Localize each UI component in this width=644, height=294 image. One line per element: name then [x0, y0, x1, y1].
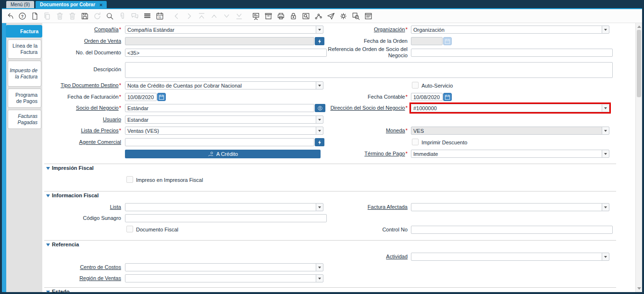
tipo-documento-input[interactable] [125, 81, 316, 89]
sidebar-tab-facturas-pagadas[interactable]: Facturas Pagadas [8, 110, 41, 129]
tipo-documento-label[interactable]: Tipo Documento Destino* [29, 82, 121, 89]
agente-comercial-input[interactable] [125, 138, 314, 146]
sidebar-tab-programa-pagos[interactable]: Programa de Pagos [8, 89, 41, 108]
process-icon[interactable] [338, 11, 348, 21]
calendar-picker-icon[interactable] [443, 93, 452, 101]
moneda-label[interactable]: Moneda* [308, 128, 408, 134]
organizacion-label[interactable]: Organización* [308, 26, 408, 33]
lista-input[interactable] [125, 203, 316, 211]
organizacion-select[interactable] [411, 26, 609, 34]
fecha-facturacion-field[interactable] [125, 93, 166, 101]
find-icon[interactable] [104, 11, 115, 21]
lista-select[interactable] [125, 203, 323, 211]
lista-precios-input[interactable] [125, 127, 316, 135]
zoom-across-icon[interactable] [300, 11, 311, 21]
sidebar-tab-impuesto-factura[interactable]: Impuesto de la Factura [8, 61, 41, 87]
termino-pago-input[interactable] [411, 150, 602, 158]
lista-label[interactable]: Lista [29, 204, 121, 210]
calendar-icon[interactable]: 31 [154, 11, 165, 21]
descripcion-textarea[interactable] [125, 62, 613, 78]
centro-costos-select[interactable] [125, 263, 323, 271]
section-collapse-icon[interactable] [46, 194, 50, 197]
referencia-orden-input[interactable] [411, 49, 613, 57]
direccion-socio-input[interactable] [411, 104, 602, 112]
window-customize-icon[interactable] [363, 11, 373, 21]
compania-select[interactable] [125, 26, 323, 34]
section-collapse-icon[interactable] [46, 243, 50, 246]
compania-input[interactable] [125, 26, 316, 34]
codigo-sunagro-input[interactable] [125, 214, 327, 222]
chevron-down-icon[interactable] [316, 274, 323, 282]
centro-costos-input[interactable] [125, 263, 316, 271]
chevron-down-icon[interactable] [316, 263, 323, 271]
actividad-input[interactable] [411, 253, 602, 261]
chevron-down-icon[interactable] [602, 26, 609, 34]
chevron-down-icon[interactable] [602, 104, 609, 112]
product-info-icon[interactable] [350, 11, 361, 21]
imprimir-descuento-checkbox[interactable] [412, 139, 419, 145]
region-ventas-label[interactable]: Región de Ventas [29, 275, 121, 281]
section-collapse-icon[interactable] [46, 167, 50, 170]
new-record-icon[interactable] [29, 11, 40, 21]
chevron-down-icon[interactable] [316, 115, 323, 124]
chevron-down-icon[interactable] [602, 203, 609, 211]
archive-icon[interactable] [263, 11, 273, 21]
chevron-down-icon[interactable] [602, 253, 609, 261]
fecha-facturacion-input[interactable] [125, 93, 157, 101]
socio-negocio-field[interactable] [125, 104, 325, 112]
agente-comercial-field[interactable] [125, 138, 324, 146]
chevron-down-icon[interactable] [602, 150, 609, 158]
fecha-contable-field[interactable] [411, 93, 452, 101]
factura-afectada-label[interactable]: Factura Afectada [308, 204, 408, 210]
orden-venta-label[interactable]: Orden de Venta [29, 38, 121, 44]
usuario-label[interactable]: Usuario [29, 116, 121, 123]
documento-fiscal-checkbox[interactable] [126, 226, 133, 232]
scrollbar-thumb[interactable] [637, 30, 641, 97]
send-request-icon[interactable] [325, 11, 336, 21]
chevron-down-icon[interactable] [316, 81, 323, 89]
centro-costos-label[interactable]: Centro de Costos [29, 264, 121, 270]
tab-menu[interactable]: Menú (9) [6, 1, 34, 8]
agente-comercial-label[interactable]: Agente Comercial [29, 139, 121, 145]
auto-servicio-checkbox[interactable] [412, 82, 419, 89]
direccion-socio-label[interactable]: Dirección del Socio del Negocio* [308, 105, 408, 111]
actividad-select[interactable] [411, 253, 609, 261]
lista-precios-label[interactable]: Lista de Precios* [29, 128, 121, 134]
control-no-input[interactable] [411, 226, 613, 234]
a-credito-button[interactable]: A Crédito [125, 150, 321, 158]
print-icon[interactable] [275, 11, 286, 21]
report-icon[interactable] [250, 11, 261, 21]
informacion-fiscal-section-header[interactable]: Informacion Fiscal [52, 192, 99, 198]
region-ventas-input[interactable] [125, 274, 316, 282]
save-icon[interactable] [79, 11, 90, 21]
undo-icon[interactable] [4, 11, 15, 21]
organizacion-input[interactable] [411, 26, 602, 34]
socio-negocio-input[interactable] [125, 104, 314, 112]
socio-negocio-label[interactable]: Socio del Negocio* [29, 105, 121, 111]
vertical-scrollbar[interactable] [635, 23, 642, 292]
scroll-up-icon[interactable] [637, 26, 641, 28]
lock-icon[interactable] [288, 11, 298, 21]
fecha-contable-input[interactable] [411, 93, 443, 101]
lista-precios-select[interactable] [125, 127, 323, 135]
tab-documentos-por-cobrar[interactable]: Documentos por Cobrar × [36, 1, 107, 8]
no-documento-input[interactable] [125, 49, 327, 57]
usuario-input[interactable] [125, 115, 316, 124]
compania-label[interactable]: Compañía* [29, 26, 121, 33]
scroll-down-icon[interactable] [637, 287, 641, 290]
grid-toggle-icon[interactable] [142, 11, 152, 21]
help-icon[interactable]: ? [17, 11, 27, 21]
impreso-impresora-checkbox[interactable] [126, 176, 133, 183]
termino-pago-select[interactable] [411, 150, 609, 158]
calendar-picker-icon[interactable] [157, 93, 166, 101]
workflow-icon[interactable] [313, 11, 323, 21]
region-ventas-select[interactable] [125, 274, 323, 282]
actividad-label[interactable]: Actividad [308, 254, 408, 260]
sidebar-tab-factura[interactable]: Factura [6, 25, 42, 38]
termino-pago-label[interactable]: Término de Pago* [308, 151, 408, 157]
referencia-section-header[interactable]: Referencia [52, 242, 79, 247]
close-icon[interactable]: × [99, 2, 102, 7]
impresion-fiscal-section-header[interactable]: Impresión Fiscal [52, 165, 94, 171]
usuario-select[interactable] [125, 115, 323, 124]
factura-afectada-input[interactable] [411, 203, 602, 211]
